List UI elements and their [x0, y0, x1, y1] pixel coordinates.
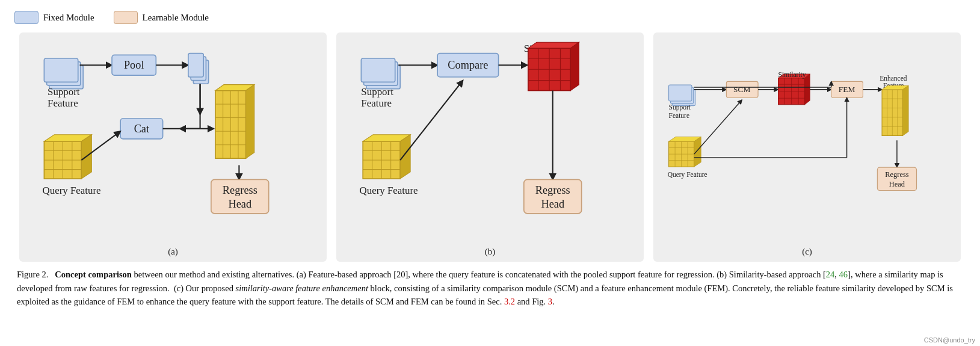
diagram-svg-b: Support Feature Compare Similarity	[346, 40, 634, 243]
legend-fixed: Fixed Module	[14, 11, 94, 24]
svg-text:Query Feature: Query Feature	[668, 171, 707, 179]
svg-text:Similarity: Similarity	[778, 71, 806, 79]
caption-figure-number: Figure 2.	[17, 270, 48, 279]
svg-marker-124	[694, 137, 701, 167]
figure-caption: Figure 2. Concept comparison between our…	[14, 268, 966, 308]
caption-ref-fig3: 3	[548, 297, 552, 306]
svg-text:Regress: Regress	[885, 170, 909, 179]
svg-marker-111	[903, 85, 909, 135]
svg-marker-94	[805, 74, 810, 105]
svg-marker-38	[246, 85, 254, 159]
svg-text:SCM: SCM	[733, 85, 750, 94]
diagram-panel-c: Support Feature SCM	[653, 32, 961, 262]
legend-fixed-label: Fixed Module	[43, 13, 94, 23]
svg-text:Support: Support	[669, 103, 691, 111]
legend-learnable-box	[114, 11, 138, 24]
svg-line-126	[694, 100, 742, 154]
svg-text:Cat: Cat	[134, 123, 149, 135]
diagram-panel-b: Support Feature Compare Similarity	[336, 32, 644, 262]
svg-text:Head: Head	[541, 198, 564, 210]
svg-text:Support: Support	[361, 86, 393, 97]
caption-comma: ,	[834, 270, 839, 279]
svg-rect-11	[188, 54, 203, 77]
diagram-svg-c: Support Feature SCM	[663, 40, 951, 243]
svg-text:Head: Head	[889, 180, 905, 188]
svg-text:Compare: Compare	[448, 59, 488, 71]
svg-marker-74	[400, 135, 410, 179]
svg-text:Enhanced: Enhanced	[880, 75, 907, 82]
svg-text:Regress: Regress	[223, 184, 257, 196]
caption-text-4: and Fig.	[515, 297, 548, 306]
svg-text:Regress: Regress	[535, 184, 570, 196]
diagram-label-a: (a)	[168, 247, 178, 257]
svg-marker-61	[570, 42, 579, 90]
diagram-label-c: (c)	[802, 247, 812, 257]
svg-rect-79	[669, 85, 692, 101]
svg-text:Feature: Feature	[48, 97, 78, 109]
diagrams-row: Support Feature Pool	[14, 32, 966, 262]
legend: Fixed Module Learnable Module	[14, 11, 966, 24]
legend-learnable: Learnable Module	[114, 11, 209, 24]
diagram-label-b: (b)	[485, 247, 496, 257]
svg-rect-2	[44, 58, 78, 82]
legend-learnable-label: Learnable Module	[143, 13, 209, 23]
svg-rect-45	[361, 58, 395, 82]
caption-text-1: between our method and existing alternat…	[134, 270, 826, 279]
legend-fixed-box	[14, 11, 39, 24]
diagram-svg-a: Support Feature Pool	[29, 40, 317, 243]
svg-text:Head: Head	[228, 198, 251, 210]
svg-text:Feature: Feature	[669, 112, 689, 119]
svg-text:Support: Support	[48, 86, 80, 97]
caption-ref-24: 24	[826, 270, 835, 279]
svg-text:Pool: Pool	[124, 59, 144, 71]
svg-text:Query Feature: Query Feature	[43, 185, 101, 196]
watermark: CSDN@undo_try	[924, 336, 975, 344]
svg-text:Query Feature: Query Feature	[360, 185, 418, 196]
diagram-panel-a: Support Feature Pool	[19, 32, 327, 262]
svg-line-76	[400, 81, 463, 160]
caption-text-5: .	[552, 297, 555, 306]
caption-ref-46: 46	[839, 270, 848, 279]
main-container: Fixed Module Learnable Module Support F	[0, 0, 980, 346]
caption-italic-text: similarity-aware feature enhancement	[236, 283, 368, 293]
svg-text:Feature: Feature	[361, 97, 392, 109]
caption-bold-text: Concept comparison	[51, 270, 132, 279]
svg-text:FEM: FEM	[839, 85, 855, 94]
caption-ref-sec32: 3.2	[504, 297, 515, 306]
